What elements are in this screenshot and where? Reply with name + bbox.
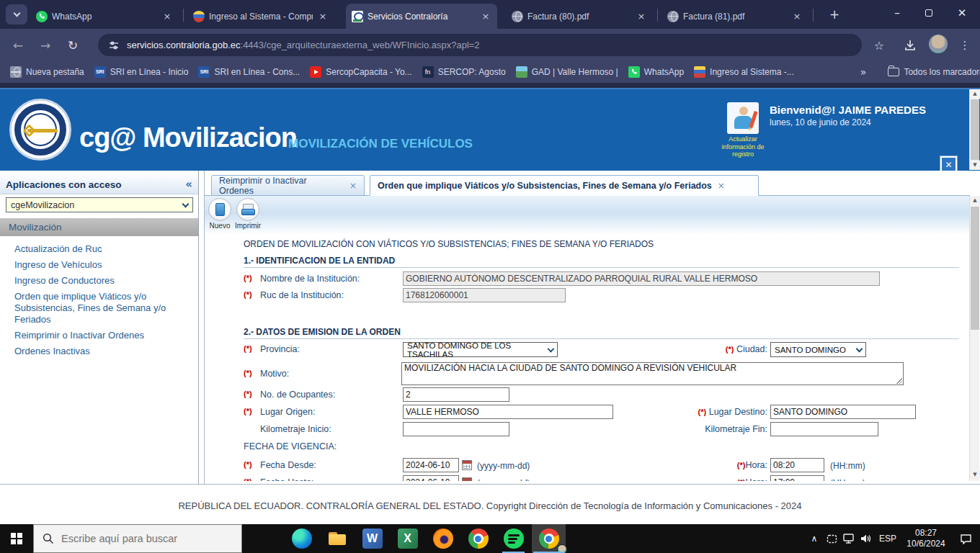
taskbar-file-explorer[interactable] (320, 524, 354, 553)
tab-close-icon[interactable]: × (161, 11, 173, 22)
resize-grip[interactable] (896, 378, 902, 384)
taskbar-search[interactable] (33, 524, 242, 553)
scrollbar-thumb[interactable] (971, 207, 979, 330)
network-icon[interactable] (840, 534, 858, 544)
browser-tabstrip: WhatsApp × Ingreso al Sistema - Compra ×… (0, 0, 980, 29)
content-tab-orden-viaticos[interactable]: Orden que implique Viáticos y/o Subsiste… (370, 175, 759, 196)
calendar-icon[interactable] (462, 460, 472, 470)
bookmark-sercopcapacita[interactable]: SercopCapacita - Yo... (310, 66, 411, 78)
back-button[interactable]: ← (7, 35, 29, 56)
bookmark-sri-inicio[interactable]: SRISRI en Línea - Inicio (94, 66, 189, 78)
volume-icon[interactable] (858, 534, 875, 544)
update-registration-button[interactable] (727, 102, 759, 134)
ocupantes-label: No. de Ocupantes: (260, 390, 335, 400)
bookmark-gad-valle-hermoso[interactable]: GAD | Valle Hermoso | (516, 66, 618, 78)
onedrive-icon[interactable] (823, 534, 840, 544)
firefox-icon (433, 529, 453, 549)
taskbar-chrome[interactable] (461, 524, 495, 553)
required-marker: (*) (244, 407, 252, 415)
sidebar-collapse-icon[interactable]: « (185, 178, 192, 191)
sidebar-item-ingreso-vehiculos[interactable]: Ingreso de Vehículos (14, 259, 192, 271)
taskbar-excel[interactable]: X (391, 524, 424, 553)
scroll-up-icon[interactable]: ▲ (970, 89, 980, 99)
excel-icon: X (398, 529, 418, 549)
content-scrollbar[interactable]: ▲ ▼ (969, 196, 979, 481)
hora-hasta-field[interactable] (770, 475, 824, 481)
bookmark-sri-consultas[interactable]: SRISRI en Línea - Cons... (198, 66, 300, 78)
origen-field[interactable] (403, 405, 613, 419)
action-center-button[interactable] (951, 534, 980, 544)
header-scrollbar[interactable]: ▲ ▼ (969, 89, 979, 170)
ruc-field[interactable] (403, 288, 566, 302)
form-title: ORDEN DE MOVILIZACIÓN CON VIÁTICOS Y/O S… (244, 239, 654, 249)
language-indicator[interactable]: ESP (875, 534, 901, 544)
institucion-field[interactable] (403, 271, 880, 286)
bookmark-star-icon[interactable]: ☆ (868, 35, 890, 56)
browser-tab-servicios-contraloria[interactable]: Servicios Contraloría × (346, 4, 497, 29)
window-close-button[interactable]: ✕ (950, 0, 974, 26)
calendar-icon[interactable] (462, 477, 472, 481)
new-tab-button[interactable]: + (826, 6, 843, 23)
search-input[interactable] (61, 533, 227, 544)
fecha-hasta-field[interactable] (403, 475, 459, 481)
window-minimize-button[interactable]: – (885, 0, 909, 26)
taskbar-edge[interactable] (285, 524, 318, 553)
tab-close-icon[interactable]: × (349, 181, 357, 191)
address-bar[interactable]: servicios.contraloria.gob.ec:4443/cge_ar… (98, 34, 862, 56)
reload-button[interactable]: ↻ (62, 35, 84, 56)
taskbar-firefox[interactable] (426, 524, 460, 553)
scroll-down-icon[interactable]: ▼ (970, 470, 980, 480)
scrollbar-thumb[interactable] (971, 99, 979, 160)
km-fin-field[interactable] (770, 422, 878, 436)
browser-tab-ingreso[interactable]: Ingreso al Sistema - Compra × (187, 4, 334, 29)
site-info-icon[interactable] (108, 40, 120, 51)
browser-tab-factura-81[interactable]: Factura (81).pdf × (662, 4, 808, 29)
provincia-select[interactable]: SANTO DOMINGO DE LOS TSACHILAS (403, 342, 558, 357)
ciudad-select[interactable]: SANTO DOMINGO (770, 342, 866, 357)
hora-desde-field[interactable] (770, 458, 824, 472)
tray-expand-icon[interactable]: ∧ (806, 534, 823, 544)
bookmark-sercop-agosto[interactable]: fnSERCOP: Agosto (422, 66, 506, 78)
km-inicio-field[interactable] (403, 422, 509, 436)
tab-close-icon[interactable]: × (718, 181, 725, 191)
tab-close-icon[interactable]: × (480, 11, 491, 22)
browser-menu-icon[interactable]: ⋮ (954, 35, 976, 56)
sidebar-item-actualizacion-ruc[interactable]: Actualización de Ruc (14, 243, 192, 255)
sidebar-item-ordenes-inactivas[interactable]: Ordenes Inactivas (14, 346, 192, 357)
bookmark-whatsapp[interactable]: WhatsApp (628, 66, 684, 78)
browser-tab-whatsapp[interactable]: WhatsApp × (30, 4, 179, 29)
scroll-down-icon[interactable]: ▼ (970, 161, 980, 170)
profile-badge (557, 544, 567, 553)
scroll-up-icon[interactable]: ▲ (970, 196, 980, 205)
start-button[interactable] (0, 524, 33, 553)
application-select[interactable]: cgeMovilizacion (6, 197, 193, 212)
window-maximize-button[interactable] (917, 0, 941, 26)
destino-field[interactable] (770, 405, 916, 419)
taskbar-word[interactable]: W (355, 524, 389, 553)
new-button[interactable]: Nuevo (207, 198, 233, 230)
tab-search-button[interactable] (6, 4, 27, 24)
downloads-button[interactable] (899, 35, 921, 56)
browser-tab-factura-80[interactable]: Factura (80).pdf × (506, 4, 653, 29)
bookmark-nueva-pestana[interactable]: Nueva pestaña (10, 66, 84, 78)
all-bookmarks-button[interactable]: Todos los marcadores (888, 67, 980, 77)
bookmark-ingreso-sistema[interactable]: Ingreso al Sistema -... (694, 66, 794, 78)
taskbar-clock[interactable]: 08:27 10/6/2024 (901, 528, 951, 549)
taskbar-spotify[interactable] (496, 524, 530, 553)
print-button[interactable]: Imprimir (235, 198, 261, 230)
tab-close-icon[interactable]: × (636, 11, 647, 22)
sidebar-item-ingreso-conductores[interactable]: Ingreso de Conductores (14, 275, 192, 287)
motivo-label: Motivo: (260, 369, 289, 379)
fecha-desde-field[interactable] (403, 458, 459, 472)
sidebar-item-reimprimir-inactivar[interactable]: Reimprimir o Inactivar Ordenes (14, 330, 192, 341)
sidebar-item-orden-viaticos[interactable]: Orden que implique Viáticos y/o Subsiste… (14, 291, 192, 325)
forward-button[interactable]: → (35, 35, 56, 56)
tab-close-icon[interactable]: × (791, 11, 803, 22)
tab-close-icon[interactable]: × (317, 11, 329, 22)
motivo-textarea[interactable]: MOVILIZACIÓN HACIA LA CIUDAD DE SANTO DO… (401, 362, 904, 385)
profile-avatar[interactable] (929, 35, 948, 53)
taskbar-chrome-profile[interactable] (532, 524, 566, 553)
content-tab-reimprimir[interactable]: Reimprimir o Inactivar Ordenes × (211, 175, 365, 196)
bookmarks-overflow-button[interactable]: » (860, 66, 867, 78)
ocupantes-field[interactable] (403, 387, 509, 402)
